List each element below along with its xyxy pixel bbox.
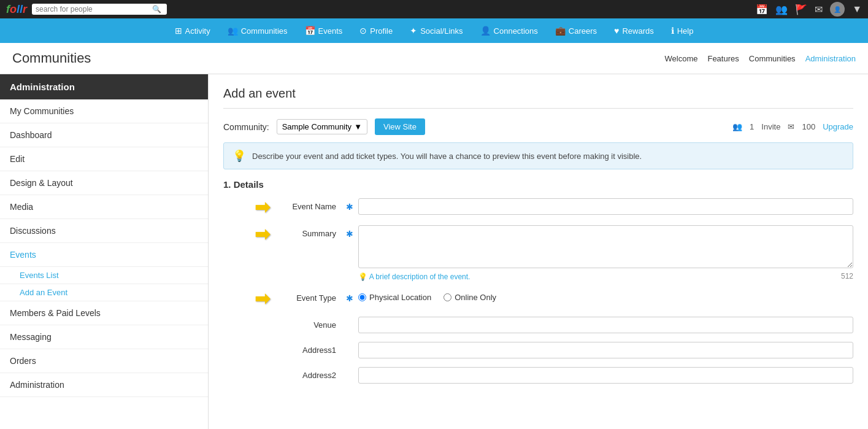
radio-group: Physical Location Online Only xyxy=(358,290,853,302)
event-name-input[interactable] xyxy=(358,198,853,215)
address2-label: Address2 xyxy=(272,367,346,380)
careers-icon: 💼 xyxy=(555,26,566,36)
dropdown-icon[interactable]: ▼ xyxy=(852,4,862,15)
flag-icon[interactable]: 🚩 xyxy=(795,4,807,15)
summary-textarea[interactable] xyxy=(358,225,853,268)
invite-icon: 👥 xyxy=(732,122,742,131)
community-row: Community: Sample Community ▼ View Site … xyxy=(223,118,853,135)
hint-icon: 💡 xyxy=(358,272,367,281)
invite-label: Invite xyxy=(761,122,780,131)
search-icon: 🔍 xyxy=(152,5,161,14)
sidebar-item-discussions[interactable]: Discussions xyxy=(0,219,208,243)
rewards-icon: ♥ xyxy=(614,26,619,36)
upgrade-label[interactable]: Upgrade xyxy=(823,122,853,131)
section-title: 1. Details xyxy=(223,179,853,190)
info-box: 💡 Describe your event and add ticket typ… xyxy=(223,142,853,169)
page-title: Communities xyxy=(12,50,91,66)
communities-icon: 👥 xyxy=(228,26,238,36)
content-title: Add an event xyxy=(223,87,853,109)
summary-hint: 💡 A brief description of the event. xyxy=(358,272,470,281)
events-icon: 📅 xyxy=(305,26,315,36)
sidebar: Administration My Communities Dashboard … xyxy=(0,74,209,429)
sidebar-sub-add-event[interactable]: Add an Event xyxy=(0,284,208,301)
radio-online-input[interactable] xyxy=(444,293,451,301)
main-nav: ⊞Activity 👥Communities 📅Events ⊙Profile … xyxy=(0,18,868,43)
sidebar-item-my-communities[interactable]: My Communities xyxy=(0,99,208,123)
address1-input[interactable] xyxy=(358,342,853,358)
main-content: Add an event Community: Sample Community… xyxy=(209,74,868,429)
nav-careers[interactable]: 💼Careers xyxy=(548,22,604,39)
address2-field xyxy=(358,367,853,384)
sidebar-header: Administration xyxy=(0,74,208,99)
invite-count: 1 xyxy=(750,122,754,131)
activity-icon: ⊞ xyxy=(175,26,182,36)
connections-icon: 👤 xyxy=(480,26,491,36)
community-dropdown-icon: ▼ xyxy=(354,122,362,131)
event-type-arrow: ➡ xyxy=(223,290,272,308)
char-count: 512 xyxy=(841,272,853,280)
nav-rewards[interactable]: ♥Rewards xyxy=(607,22,661,39)
radio-physical[interactable]: Physical Location xyxy=(358,293,431,302)
breadcrumb: Welcome Features Communities Administrat… xyxy=(665,54,856,63)
breadcrumb-administration[interactable]: Administration xyxy=(805,54,856,63)
sidebar-item-design-layout[interactable]: Design & Layout xyxy=(0,171,208,195)
sidebar-item-media[interactable]: Media xyxy=(0,195,208,219)
event-type-required: ✱ xyxy=(346,290,353,303)
mail-action-icon: ✉ xyxy=(788,122,794,131)
venue-input[interactable] xyxy=(358,317,853,333)
nav-profile[interactable]: ⊙Profile xyxy=(352,22,400,39)
view-site-button[interactable]: View Site xyxy=(375,118,425,135)
help-icon: ℹ xyxy=(671,26,674,36)
nav-communities[interactable]: 👥Communities xyxy=(220,22,295,39)
breadcrumb-welcome[interactable]: Welcome xyxy=(665,54,698,63)
search-box[interactable]: 🔍 xyxy=(32,4,167,15)
event-type-field: Physical Location Online Only xyxy=(358,290,853,302)
breadcrumb-communities[interactable]: Communities xyxy=(749,54,796,63)
top-bar-right: 📅 👥 🚩 ✉ 👤 ▼ xyxy=(756,2,862,17)
top-bar: follr 🔍 📅 👥 🚩 ✉ 👤 ▼ xyxy=(0,0,868,18)
address1-field xyxy=(358,342,853,358)
sidebar-sub-events-list[interactable]: Events List xyxy=(0,267,208,284)
search-input[interactable] xyxy=(36,5,152,14)
sidebar-item-members-paid[interactable]: Members & Paid Levels xyxy=(0,301,208,325)
radio-online[interactable]: Online Only xyxy=(444,293,496,302)
event-type-row: ➡ Event Type ✱ Physical Location Online … xyxy=(223,290,853,308)
nav-social-links[interactable]: ✦Social/Links xyxy=(402,22,470,39)
layout: Administration My Communities Dashboard … xyxy=(0,74,868,429)
sidebar-item-dashboard[interactable]: Dashboard xyxy=(0,123,208,147)
venue-field xyxy=(358,317,853,333)
summary-field: 💡 A brief description of the event. 512 xyxy=(358,225,853,281)
calendar-icon[interactable]: 📅 xyxy=(756,4,768,15)
sidebar-item-edit[interactable]: Edit xyxy=(0,147,208,171)
event-name-required: ✱ xyxy=(346,198,353,212)
sidebar-item-messaging[interactable]: Messaging xyxy=(0,325,208,349)
social-icon: ✦ xyxy=(410,26,417,36)
community-actions: 👥 1 Invite ✉ 100 Upgrade xyxy=(732,122,853,131)
event-name-field xyxy=(358,198,853,215)
address1-label: Address1 xyxy=(272,342,346,355)
nav-events[interactable]: 📅Events xyxy=(298,22,350,39)
community-select[interactable]: Sample Community ▼ xyxy=(277,119,367,134)
community-name: Sample Community xyxy=(282,122,351,131)
mail-icon[interactable]: ✉ xyxy=(815,4,823,15)
event-type-label: Event Type xyxy=(272,290,346,303)
info-text: Describe your event and add ticket types… xyxy=(252,152,642,161)
breadcrumb-features[interactable]: Features xyxy=(707,54,739,63)
venue-label: Venue xyxy=(272,317,346,330)
nav-activity[interactable]: ⊞Activity xyxy=(167,22,218,39)
nav-help[interactable]: ℹHelp xyxy=(664,22,701,39)
sidebar-item-administration[interactable]: Administration xyxy=(0,373,208,397)
community-label: Community: xyxy=(223,122,269,132)
sidebar-item-orders[interactable]: Orders xyxy=(0,349,208,373)
logo[interactable]: follr xyxy=(6,3,27,16)
event-name-arrow: ➡ xyxy=(223,198,272,217)
radio-physical-input[interactable] xyxy=(358,293,366,301)
event-name-row: ➡ Event Name ✱ xyxy=(223,198,853,217)
summary-arrow: ➡ xyxy=(223,225,272,244)
people-icon[interactable]: 👥 xyxy=(775,4,788,15)
event-name-label: Event Name xyxy=(272,198,346,211)
address2-input[interactable] xyxy=(358,367,853,384)
nav-connections[interactable]: 👤Connections xyxy=(473,22,545,39)
sidebar-item-events[interactable]: Events xyxy=(0,243,208,267)
avatar[interactable]: 👤 xyxy=(830,2,845,17)
